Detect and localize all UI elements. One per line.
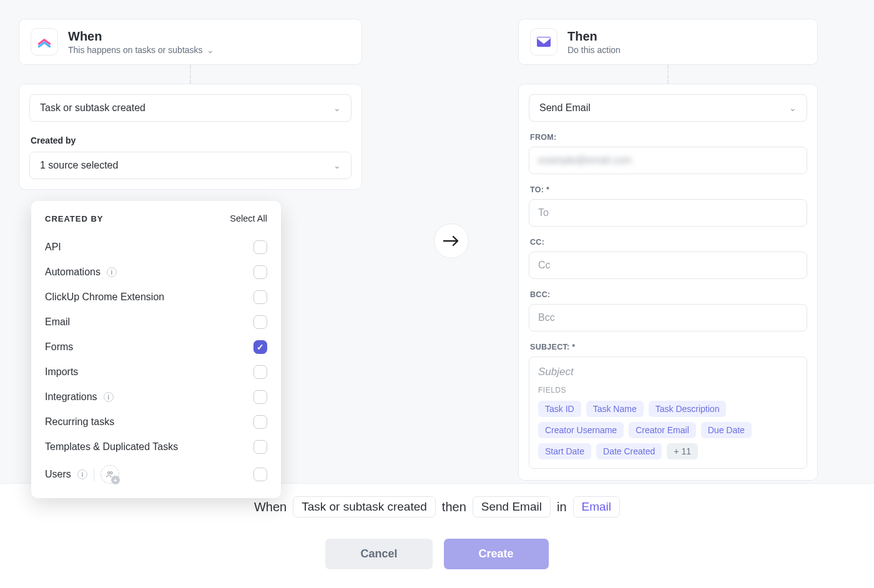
field-pill[interactable]: Task ID [538, 401, 581, 417]
option-label: Imports [45, 366, 78, 378]
option-checkbox[interactable] [253, 365, 267, 379]
created-by-option[interactable]: Imports [45, 360, 267, 385]
field-pill[interactable]: Task Name [586, 401, 644, 417]
subject-field[interactable]: Subject FIELDS Task IDTask NameTask Desc… [529, 356, 807, 469]
created-by-option[interactable]: Forms✓ [45, 335, 267, 360]
created-by-option[interactable]: Usersi+ [45, 459, 267, 489]
connector-line [190, 65, 191, 84]
created-by-dropdown-panel: CREATED BY Select All APIAutomationsiCli… [31, 201, 281, 498]
cc-field[interactable]: Cc [529, 252, 807, 279]
summary-location-token[interactable]: Email [573, 496, 621, 517]
field-pill[interactable]: Creator Username [538, 422, 624, 438]
action-select[interactable]: Send Email ⌄ [529, 94, 807, 122]
created-by-option[interactable]: Automationsi [45, 260, 267, 285]
automation-footer: When Task or subtask created then Send E… [0, 483, 874, 588]
check-icon: ✓ [257, 343, 264, 351]
cancel-button[interactable]: Cancel [325, 539, 432, 569]
create-button[interactable]: Create [444, 539, 549, 569]
from-label: FROM: [530, 133, 807, 142]
more-fields-pill[interactable]: + 11 [667, 443, 698, 459]
info-icon[interactable]: i [77, 469, 87, 479]
cc-label: CC: [530, 238, 807, 247]
when-title: When [68, 29, 214, 44]
option-checkbox[interactable] [253, 390, 267, 404]
created-by-option[interactable]: ClickUp Chrome Extension [45, 285, 267, 310]
option-checkbox[interactable] [253, 440, 267, 454]
option-label: Email [45, 316, 70, 328]
option-label: Users [45, 469, 71, 480]
created-by-label: Created by [31, 135, 351, 145]
when-header-card: When This happens on tasks or subtasks ⌄ [19, 19, 362, 65]
field-pill[interactable]: Start Date [538, 443, 591, 459]
option-checkbox[interactable] [253, 290, 267, 304]
field-pill[interactable]: Date Created [596, 443, 662, 459]
created-by-option[interactable]: Integrationsi [45, 385, 267, 409]
created-by-option[interactable]: Templates & Duplicated Tasks [45, 434, 267, 459]
option-label: Templates & Duplicated Tasks [45, 441, 178, 453]
option-label: Integrations [45, 391, 97, 403]
chevron-down-icon: ⌄ [207, 45, 214, 55]
option-checkbox[interactable]: ✓ [253, 340, 267, 354]
dropdown-title: CREATED BY [45, 214, 104, 223]
summary-trigger-token[interactable]: Task or subtask created [293, 496, 436, 517]
trigger-select[interactable]: Task or subtask created ⌄ [29, 94, 351, 122]
then-title: Then [567, 29, 621, 44]
created-by-option[interactable]: API [45, 235, 267, 260]
bcc-label: BCC: [530, 290, 807, 299]
add-users-icon[interactable]: + [101, 465, 119, 484]
connector-line [667, 65, 669, 84]
created-by-option[interactable]: Email [45, 310, 267, 335]
created-by-option[interactable]: Recurring tasks [45, 409, 267, 434]
bcc-field[interactable]: Bcc [529, 304, 807, 331]
option-checkbox[interactable] [253, 415, 267, 429]
info-icon[interactable]: i [107, 267, 117, 277]
flow-arrow-icon [434, 223, 469, 258]
chevron-down-icon: ⌄ [333, 103, 341, 113]
summary-text: When Task or subtask created then Send E… [254, 496, 620, 517]
option-checkbox[interactable] [253, 265, 267, 279]
clickup-logo-icon [31, 28, 58, 56]
option-label: API [45, 242, 61, 253]
when-config-card: Task or subtask created ⌄ Created by 1 s… [19, 84, 362, 190]
svg-point-0 [107, 472, 110, 474]
option-checkbox[interactable] [253, 240, 267, 254]
info-icon[interactable]: i [104, 392, 114, 402]
chevron-down-icon: ⌄ [789, 103, 797, 113]
svg-point-1 [110, 472, 112, 474]
chevron-down-icon: ⌄ [333, 160, 341, 170]
subject-label: SUBJECT: * [530, 343, 807, 351]
created-by-select[interactable]: 1 source selected ⌄ [29, 152, 351, 179]
fields-label: FIELDS [538, 386, 798, 394]
option-label: Recurring tasks [45, 416, 114, 428]
field-pill[interactable]: Due Date [701, 422, 752, 438]
select-all-link[interactable]: Select All [230, 213, 267, 223]
option-checkbox[interactable] [253, 315, 267, 329]
field-pill[interactable]: Task Description [649, 401, 727, 417]
option-label: Forms [45, 341, 73, 353]
email-icon [530, 28, 557, 56]
then-config-card: Send Email ⌄ FROM: example@email.com TO:… [518, 84, 818, 481]
field-pill[interactable]: Creator Email [629, 422, 696, 438]
option-checkbox[interactable] [253, 468, 267, 481]
option-label: Automations [45, 267, 101, 278]
then-header-card: Then Do this action [518, 19, 818, 65]
option-label: ClickUp Chrome Extension [45, 292, 164, 303]
from-field[interactable]: example@email.com [529, 147, 807, 174]
to-field[interactable]: To [529, 199, 807, 227]
to-label: TO: * [530, 185, 807, 194]
summary-action-token[interactable]: Send Email [473, 496, 551, 517]
when-subtitle-dropdown[interactable]: This happens on tasks or subtasks ⌄ [68, 45, 214, 55]
then-subtitle: Do this action [567, 45, 621, 55]
